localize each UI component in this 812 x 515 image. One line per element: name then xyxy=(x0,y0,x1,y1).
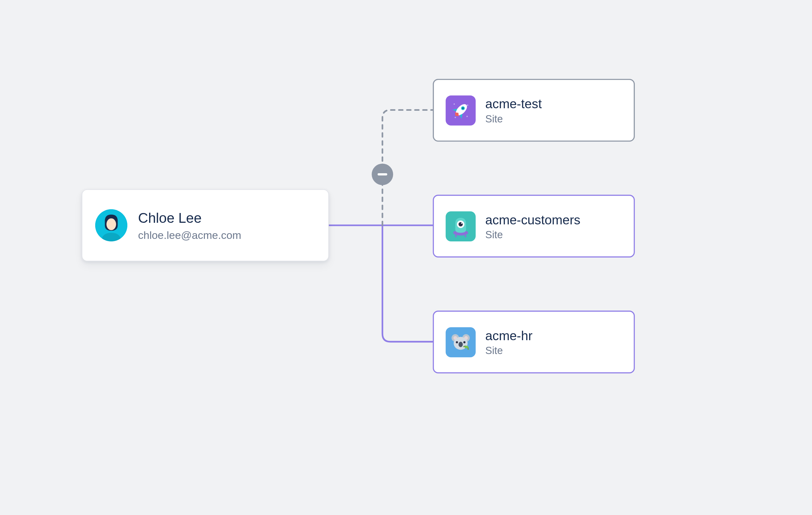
user-name: Chloe Lee xyxy=(138,209,241,227)
diagram-canvas: Chloe Lee chloe.lee@acme.com acme-test xyxy=(0,0,812,515)
user-avatar-icon xyxy=(95,209,127,241)
koala-icon xyxy=(446,327,476,357)
disconnected-indicator xyxy=(372,164,393,185)
site-type: Site xyxy=(486,113,542,125)
user-email: chloe.lee@acme.com xyxy=(138,229,241,242)
svg-point-3 xyxy=(467,104,468,105)
site-type: Site xyxy=(486,229,581,241)
svg-point-12 xyxy=(461,222,462,223)
svg-point-2 xyxy=(454,103,455,105)
site-name: acme-hr xyxy=(486,328,533,344)
alien-icon xyxy=(446,211,476,241)
svg-point-21 xyxy=(456,341,458,343)
rocket-icon xyxy=(446,95,476,125)
svg-point-5 xyxy=(466,115,468,117)
svg-point-22 xyxy=(463,341,466,343)
site-card-acme-hr[interactable]: acme-hr Site xyxy=(433,310,635,373)
site-card-acme-customers[interactable]: acme-customers Site xyxy=(433,195,635,258)
svg-point-20 xyxy=(459,342,463,347)
site-type: Site xyxy=(486,345,533,356)
svg-point-4 xyxy=(455,116,456,118)
user-card[interactable]: Chloe Lee chloe.lee@acme.com xyxy=(82,189,329,261)
site-name: acme-customers xyxy=(486,212,581,228)
svg-point-1 xyxy=(107,218,116,230)
site-card-acme-test[interactable]: acme-test Site xyxy=(433,79,635,142)
site-name: acme-test xyxy=(486,96,542,112)
